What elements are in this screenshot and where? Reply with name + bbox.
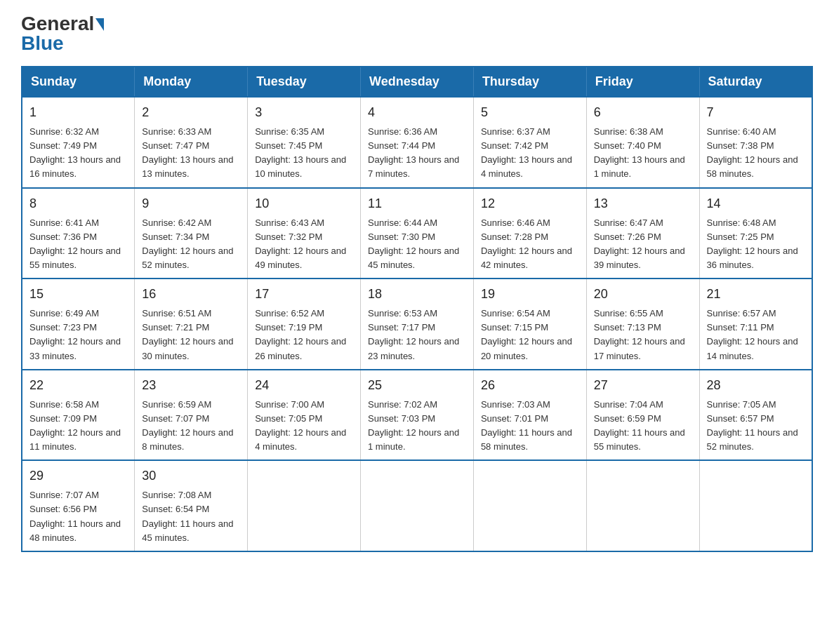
day-number: 15 bbox=[29, 285, 127, 304]
calendar-week-row: 15Sunrise: 6:49 AMSunset: 7:23 PMDayligh… bbox=[22, 279, 812, 370]
logo-triangle-icon bbox=[95, 18, 104, 31]
calendar-cell: 3Sunrise: 6:35 AMSunset: 7:45 PMDaylight… bbox=[248, 97, 361, 188]
day-info: Sunrise: 6:40 AMSunset: 7:38 PMDaylight:… bbox=[707, 125, 805, 182]
calendar-cell: 14Sunrise: 6:48 AMSunset: 7:25 PMDayligh… bbox=[699, 188, 812, 279]
calendar-header-wednesday: Wednesday bbox=[361, 67, 474, 97]
calendar-cell bbox=[248, 460, 361, 551]
calendar-header-row: SundayMondayTuesdayWednesdayThursdayFrid… bbox=[22, 67, 812, 97]
calendar-cell: 7Sunrise: 6:40 AMSunset: 7:38 PMDaylight… bbox=[699, 97, 812, 188]
day-info: Sunrise: 7:07 AMSunset: 6:56 PMDaylight:… bbox=[29, 488, 127, 545]
day-info: Sunrise: 7:02 AMSunset: 7:03 PMDaylight:… bbox=[368, 398, 466, 455]
calendar-header-sunday: Sunday bbox=[22, 67, 135, 97]
calendar-cell: 2Sunrise: 6:33 AMSunset: 7:47 PMDaylight… bbox=[135, 97, 248, 188]
calendar-cell: 13Sunrise: 6:47 AMSunset: 7:26 PMDayligh… bbox=[586, 188, 699, 279]
day-info: Sunrise: 6:37 AMSunset: 7:42 PMDaylight:… bbox=[481, 125, 579, 182]
day-info: Sunrise: 6:49 AMSunset: 7:23 PMDaylight:… bbox=[29, 307, 127, 363]
calendar-cell: 26Sunrise: 7:03 AMSunset: 7:01 PMDayligh… bbox=[473, 370, 586, 461]
day-info: Sunrise: 6:53 AMSunset: 7:17 PMDaylight:… bbox=[368, 307, 466, 363]
day-info: Sunrise: 6:52 AMSunset: 7:19 PMDaylight:… bbox=[255, 307, 353, 363]
day-info: Sunrise: 6:32 AMSunset: 7:49 PMDaylight:… bbox=[29, 125, 127, 182]
day-info: Sunrise: 6:35 AMSunset: 7:45 PMDaylight:… bbox=[255, 125, 353, 182]
calendar-cell: 22Sunrise: 6:58 AMSunset: 7:09 PMDayligh… bbox=[22, 370, 135, 461]
day-number: 14 bbox=[707, 194, 805, 213]
calendar-week-row: 22Sunrise: 6:58 AMSunset: 7:09 PMDayligh… bbox=[22, 370, 812, 461]
calendar-cell: 15Sunrise: 6:49 AMSunset: 7:23 PMDayligh… bbox=[22, 279, 135, 370]
day-number: 5 bbox=[481, 103, 579, 122]
day-number: 1 bbox=[29, 103, 127, 122]
day-info: Sunrise: 6:58 AMSunset: 7:09 PMDaylight:… bbox=[29, 398, 127, 455]
calendar-cell: 18Sunrise: 6:53 AMSunset: 7:17 PMDayligh… bbox=[361, 279, 474, 370]
day-number: 7 bbox=[707, 103, 805, 122]
day-number: 28 bbox=[707, 376, 805, 395]
day-info: Sunrise: 6:33 AMSunset: 7:47 PMDaylight:… bbox=[142, 125, 240, 182]
calendar-header-saturday: Saturday bbox=[699, 67, 812, 97]
day-number: 24 bbox=[255, 376, 353, 395]
calendar-cell: 17Sunrise: 6:52 AMSunset: 7:19 PMDayligh… bbox=[248, 279, 361, 370]
day-number: 29 bbox=[29, 467, 127, 485]
day-info: Sunrise: 7:00 AMSunset: 7:05 PMDaylight:… bbox=[255, 398, 353, 455]
calendar-table: SundayMondayTuesdayWednesdayThursdayFrid… bbox=[21, 66, 813, 552]
calendar-cell: 28Sunrise: 7:05 AMSunset: 6:57 PMDayligh… bbox=[699, 370, 812, 461]
day-info: Sunrise: 7:08 AMSunset: 6:54 PMDaylight:… bbox=[142, 488, 240, 545]
calendar-cell: 30Sunrise: 7:08 AMSunset: 6:54 PMDayligh… bbox=[135, 460, 248, 551]
day-info: Sunrise: 6:36 AMSunset: 7:44 PMDaylight:… bbox=[368, 125, 466, 182]
calendar-cell bbox=[361, 460, 474, 551]
day-number: 11 bbox=[368, 194, 466, 213]
calendar-cell: 1Sunrise: 6:32 AMSunset: 7:49 PMDaylight… bbox=[22, 97, 135, 188]
calendar-cell: 9Sunrise: 6:42 AMSunset: 7:34 PMDaylight… bbox=[135, 188, 248, 279]
calendar-week-row: 29Sunrise: 7:07 AMSunset: 6:56 PMDayligh… bbox=[22, 460, 812, 551]
calendar-cell bbox=[699, 460, 812, 551]
calendar-cell: 20Sunrise: 6:55 AMSunset: 7:13 PMDayligh… bbox=[586, 279, 699, 370]
calendar-cell: 29Sunrise: 7:07 AMSunset: 6:56 PMDayligh… bbox=[22, 460, 135, 551]
calendar-cell: 23Sunrise: 6:59 AMSunset: 7:07 PMDayligh… bbox=[135, 370, 248, 461]
day-info: Sunrise: 6:54 AMSunset: 7:15 PMDaylight:… bbox=[481, 307, 579, 363]
day-number: 4 bbox=[368, 103, 466, 122]
calendar-cell: 10Sunrise: 6:43 AMSunset: 7:32 PMDayligh… bbox=[248, 188, 361, 279]
calendar-cell: 8Sunrise: 6:41 AMSunset: 7:36 PMDaylight… bbox=[22, 188, 135, 279]
logo-blue-text: Blue bbox=[21, 34, 64, 53]
calendar-cell: 4Sunrise: 6:36 AMSunset: 7:44 PMDaylight… bbox=[361, 97, 474, 188]
calendar-cell: 21Sunrise: 6:57 AMSunset: 7:11 PMDayligh… bbox=[699, 279, 812, 370]
day-info: Sunrise: 6:59 AMSunset: 7:07 PMDaylight:… bbox=[142, 398, 240, 455]
day-info: Sunrise: 6:38 AMSunset: 7:40 PMDaylight:… bbox=[594, 125, 692, 182]
day-number: 25 bbox=[368, 376, 466, 395]
day-number: 30 bbox=[142, 467, 240, 485]
calendar-cell: 19Sunrise: 6:54 AMSunset: 7:15 PMDayligh… bbox=[473, 279, 586, 370]
day-number: 22 bbox=[29, 376, 127, 395]
day-number: 6 bbox=[594, 103, 692, 122]
calendar-cell: 11Sunrise: 6:44 AMSunset: 7:30 PMDayligh… bbox=[361, 188, 474, 279]
day-number: 2 bbox=[142, 103, 240, 122]
day-number: 20 bbox=[594, 285, 692, 304]
calendar-cell bbox=[473, 460, 586, 551]
day-info: Sunrise: 6:44 AMSunset: 7:30 PMDaylight:… bbox=[368, 216, 466, 273]
calendar-header-thursday: Thursday bbox=[473, 67, 586, 97]
calendar-header-tuesday: Tuesday bbox=[248, 67, 361, 97]
day-info: Sunrise: 6:41 AMSunset: 7:36 PMDaylight:… bbox=[29, 216, 127, 273]
calendar-cell: 6Sunrise: 6:38 AMSunset: 7:40 PMDaylight… bbox=[586, 97, 699, 188]
calendar-cell: 12Sunrise: 6:46 AMSunset: 7:28 PMDayligh… bbox=[473, 188, 586, 279]
calendar-cell: 24Sunrise: 7:00 AMSunset: 7:05 PMDayligh… bbox=[248, 370, 361, 461]
day-number: 10 bbox=[255, 194, 353, 213]
day-info: Sunrise: 6:46 AMSunset: 7:28 PMDaylight:… bbox=[481, 216, 579, 273]
calendar-header-monday: Monday bbox=[135, 67, 248, 97]
day-info: Sunrise: 6:57 AMSunset: 7:11 PMDaylight:… bbox=[707, 307, 805, 363]
day-info: Sunrise: 6:51 AMSunset: 7:21 PMDaylight:… bbox=[142, 307, 240, 363]
calendar-cell: 16Sunrise: 6:51 AMSunset: 7:21 PMDayligh… bbox=[135, 279, 248, 370]
day-number: 9 bbox=[142, 194, 240, 213]
calendar-cell: 5Sunrise: 6:37 AMSunset: 7:42 PMDaylight… bbox=[473, 97, 586, 188]
day-number: 23 bbox=[142, 376, 240, 395]
calendar-cell: 27Sunrise: 7:04 AMSunset: 6:59 PMDayligh… bbox=[586, 370, 699, 461]
day-info: Sunrise: 6:47 AMSunset: 7:26 PMDaylight:… bbox=[594, 216, 692, 273]
day-info: Sunrise: 6:48 AMSunset: 7:25 PMDaylight:… bbox=[707, 216, 805, 273]
day-info: Sunrise: 7:03 AMSunset: 7:01 PMDaylight:… bbox=[481, 398, 579, 455]
day-info: Sunrise: 7:04 AMSunset: 6:59 PMDaylight:… bbox=[594, 398, 692, 455]
day-number: 18 bbox=[368, 285, 466, 304]
day-number: 3 bbox=[255, 103, 353, 122]
day-number: 26 bbox=[481, 376, 579, 395]
day-number: 13 bbox=[594, 194, 692, 213]
calendar-cell: 25Sunrise: 7:02 AMSunset: 7:03 PMDayligh… bbox=[361, 370, 474, 461]
logo-general-text: General bbox=[21, 13, 94, 34]
calendar-week-row: 1Sunrise: 6:32 AMSunset: 7:49 PMDaylight… bbox=[22, 97, 812, 188]
day-number: 21 bbox=[707, 285, 805, 304]
day-number: 8 bbox=[29, 194, 127, 213]
